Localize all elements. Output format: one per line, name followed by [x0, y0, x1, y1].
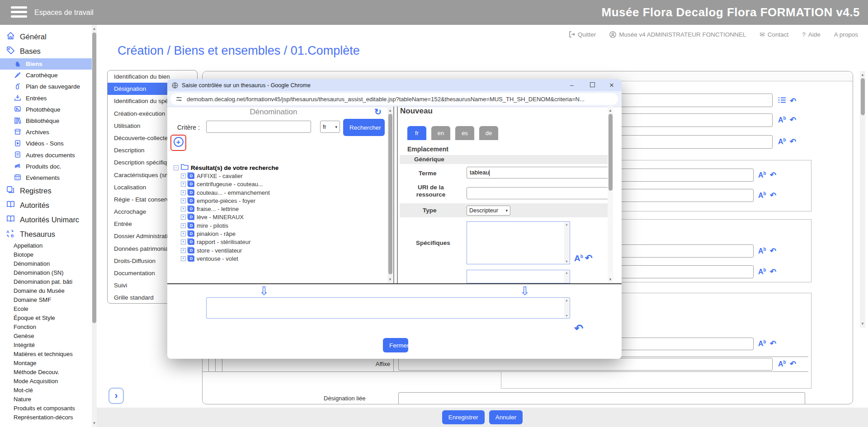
- cancel-button[interactable]: Annuler: [489, 410, 523, 424]
- designation-liee-input[interactable]: [398, 392, 805, 404]
- tree-item[interactable]: + D ventouse - volet: [181, 254, 278, 263]
- user-account-link[interactable]: Musée v4 ADMINISTRATEUR FONCTIONNEL: [609, 31, 746, 38]
- sidebar-item-autorites[interactable]: Autorités: [0, 198, 92, 212]
- tree-item[interactable]: + D fraise... - lettrine: [181, 205, 278, 213]
- undo-icon[interactable]: ↶: [770, 247, 776, 255]
- form-field-input[interactable]: [598, 135, 773, 149]
- next-field-partial[interactable]: ▲: [467, 270, 570, 283]
- scroll-down-icon[interactable]: ▼: [387, 277, 393, 282]
- sidebar-thesaurus-item[interactable]: Genèse: [0, 332, 92, 341]
- expand-icon[interactable]: +: [181, 256, 186, 261]
- undo-icon[interactable]: ↶: [770, 268, 776, 276]
- affixe-input[interactable]: [398, 358, 773, 371]
- uri-input[interactable]: [467, 187, 609, 199]
- form-field-input[interactable]: [604, 189, 754, 202]
- undo-icon[interactable]: ↶: [770, 192, 776, 199]
- sidebar-thesaurus-item[interactable]: Mode Acquisition: [0, 377, 92, 386]
- tree-item[interactable]: + D mire - pilotis: [181, 221, 278, 230]
- sidebar-thesaurus-item[interactable]: Biotope: [0, 250, 92, 259]
- sidebar-thesaurus-item[interactable]: Dénomination pat. bâti: [0, 277, 92, 286]
- undo-icon[interactable]: ↶: [574, 323, 583, 334]
- result-textarea[interactable]: ▲▼: [206, 297, 570, 319]
- translate-icon[interactable]: Ab: [574, 254, 583, 263]
- sidebar-thesaurus-item[interactable]: Mot-clé: [0, 386, 92, 395]
- translate-icon[interactable]: Ab: [758, 192, 766, 199]
- textarea-scrollbar[interactable]: ▲▼: [564, 222, 569, 263]
- sidebar-thesaurus-item[interactable]: Nature: [0, 395, 92, 404]
- tree-item[interactable]: + D couteau... - emmanchement: [181, 188, 278, 197]
- translate-icon[interactable]: Ab: [778, 138, 786, 145]
- search-button[interactable]: Rechercher: [343, 119, 385, 136]
- sidebar-thesaurus-item[interactable]: Montage: [0, 359, 92, 368]
- refresh-icon[interactable]: ↻: [374, 107, 382, 117]
- expand-icon[interactable]: +: [181, 190, 186, 195]
- workspace-label[interactable]: Espaces de travail: [34, 0, 94, 25]
- sidebar-item-general[interactable]: Général: [0, 29, 92, 44]
- tree-item[interactable]: + D store - ventilateur: [181, 246, 278, 254]
- sidebar-scrollbar[interactable]: ▲ ▼: [92, 25, 97, 427]
- expand-icon[interactable]: +: [181, 248, 186, 253]
- sidebar-thesaurus-item[interactable]: Intégrité: [0, 341, 92, 350]
- tree-item[interactable]: + D lève - MINERAUX: [181, 213, 278, 221]
- collapse-icon[interactable]: −: [174, 165, 179, 170]
- expand-icon[interactable]: +: [181, 231, 186, 236]
- translate-icon[interactable]: Ab: [778, 116, 786, 124]
- sidebar-thesaurus-item[interactable]: Méthode Decouv.: [0, 368, 92, 377]
- sidebar-item-thesaurus[interactable]: AB Thesaurus: [0, 227, 92, 241]
- tree-item[interactable]: + D rapport - stérilisateur: [181, 238, 278, 246]
- specifiques-textarea[interactable]: ▲▼: [467, 221, 570, 264]
- scroll-down-icon[interactable]: ▼: [608, 277, 613, 282]
- sidebar-scrollbar-thumb[interactable]: [92, 33, 96, 323]
- left-pane-scrollbar-thumb[interactable]: [388, 114, 392, 274]
- language-select[interactable]: fr ▾: [320, 121, 340, 133]
- language-tab[interactable]: en: [431, 126, 450, 140]
- expand-icon[interactable]: +: [181, 223, 186, 228]
- form-field-input[interactable]: [604, 244, 754, 258]
- terme-input[interactable]: tableau: [467, 167, 609, 178]
- textarea-scrollbar[interactable]: ▲▼: [564, 298, 569, 318]
- translate-icon[interactable]: Ab: [758, 171, 766, 179]
- tree-item[interactable]: + D pinakion - râpe: [181, 230, 278, 238]
- panel-expand-button[interactable]: ›: [108, 388, 124, 404]
- sidebar-item-bibliotheque[interactable]: Bibliothèque: [0, 115, 92, 127]
- fermer-button[interactable]: Fermer: [383, 338, 408, 352]
- sidebar-item-autres-documents[interactable]: Autres documents: [0, 150, 92, 161]
- sidebar-thesaurus-item[interactable]: Ecole: [0, 305, 92, 314]
- sidebar-item-phototheque[interactable]: Photothèque: [0, 104, 92, 115]
- expand-icon[interactable]: +: [181, 198, 186, 203]
- sidebar-item-plan-sauvegarde[interactable]: Plan de sauvegarde: [0, 81, 92, 92]
- sidebar-thesaurus-item[interactable]: Dénomination (SN): [0, 268, 92, 277]
- sidebar-item-bases[interactable]: Bases: [0, 44, 92, 58]
- dialog-title-bar[interactable]: Saisie contrôlée sur un thesaurus - Goog…: [167, 79, 622, 91]
- expand-icon[interactable]: +: [181, 174, 186, 178]
- left-pane-scrollbar[interactable]: ▲ ▼: [387, 107, 393, 283]
- sidebar-thesaurus-item[interactable]: Domaine SMF: [0, 296, 92, 305]
- sidebar-thesaurus-item[interactable]: Époque et Style: [0, 314, 92, 323]
- tree-item[interactable]: + D AFFIXE - cavalier: [181, 172, 278, 180]
- textarea-scrollbar[interactable]: ▲: [564, 271, 569, 282]
- translate-icon[interactable]: Ab: [758, 268, 766, 276]
- undo-icon[interactable]: ↶: [770, 340, 776, 347]
- expand-icon[interactable]: +: [181, 206, 186, 211]
- critere-input[interactable]: [206, 121, 311, 133]
- scroll-down-icon[interactable]: ▼: [860, 321, 865, 327]
- translate-icon[interactable]: Ab: [758, 340, 766, 347]
- sidebar-thesaurus-item[interactable]: Fonction: [0, 323, 92, 332]
- scroll-up-icon[interactable]: ▲: [387, 108, 393, 113]
- maximize-icon[interactable]: [585, 79, 599, 91]
- language-tab[interactable]: de: [479, 126, 498, 140]
- site-settings-icon[interactable]: [176, 96, 182, 102]
- quit-link[interactable]: Quitter: [569, 31, 596, 38]
- language-tab[interactable]: fr: [407, 126, 426, 140]
- scroll-up-icon[interactable]: ▲: [92, 26, 97, 32]
- expand-icon[interactable]: +: [181, 215, 186, 220]
- content-scrollbar[interactable]: ▲ ▼: [860, 71, 865, 328]
- language-tab[interactable]: es: [455, 126, 474, 140]
- scroll-up-icon[interactable]: ▲: [608, 108, 613, 113]
- sidebar-item-entrees[interactable]: Entrées: [0, 93, 92, 104]
- sidebar-thesaurus-item[interactable]: Représentation-décors: [0, 413, 92, 422]
- form-field-input[interactable]: [598, 113, 773, 127]
- undo-icon[interactable]: ↶: [790, 116, 796, 124]
- type-select[interactable]: Descripteur ▾: [467, 206, 510, 216]
- translate-icon[interactable]: Ab: [758, 247, 766, 255]
